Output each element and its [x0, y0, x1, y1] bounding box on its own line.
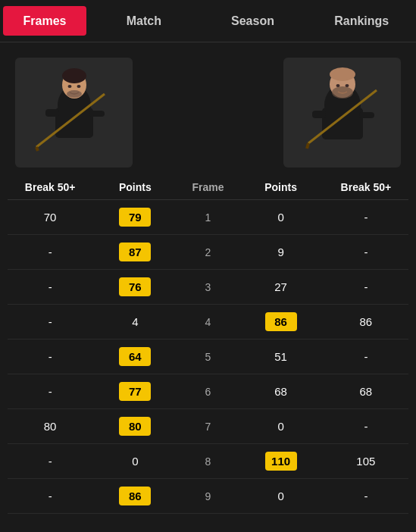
svg-point-23: [345, 84, 349, 87]
svg-line-8: [36, 147, 38, 151]
player-left-icon: [29, 64, 120, 162]
cell-left-break: -: [8, 490, 92, 502]
table-rows: 707910--8729--76327--448686-64551--77668…: [8, 200, 408, 514]
cell-right-break: -: [324, 350, 408, 363]
tab-season[interactable]: Season: [199, 0, 308, 42]
header-left-break: Break 50+: [8, 181, 92, 193]
cell-left-break: -: [8, 385, 92, 398]
cell-frame: 6: [178, 386, 239, 398]
cell-right-points: 9: [239, 246, 324, 258]
svg-point-9: [67, 85, 71, 88]
cell-left-break: 70: [8, 211, 92, 224]
tab-match[interactable]: Match: [89, 0, 199, 42]
svg-rect-5: [45, 109, 59, 117]
stats-table: Break 50+ Points Frame Points Break 50+ …: [0, 175, 416, 514]
svg-point-3: [62, 68, 86, 83]
svg-point-15: [330, 67, 355, 81]
table-row: -8690-: [8, 479, 408, 514]
cell-frame: 8: [178, 455, 239, 468]
svg-rect-18: [312, 111, 326, 118]
cell-frame: 5: [178, 351, 239, 363]
table-row: 707910-: [8, 200, 408, 235]
cell-frame: 9: [178, 490, 239, 502]
svg-point-22: [336, 84, 339, 87]
cell-right-break: -: [324, 280, 408, 293]
tab-rankings[interactable]: Rankings: [307, 0, 416, 42]
table-row: -76327-: [8, 270, 408, 305]
svg-point-16: [332, 86, 353, 99]
cell-right-points: 0: [239, 211, 324, 224]
table-row: 808070-: [8, 409, 408, 444]
cell-right-points: 27: [239, 280, 324, 293]
table-row: -64551-: [8, 340, 408, 374]
table-row: -7766868: [8, 374, 408, 409]
cell-left-break: -: [8, 350, 92, 363]
cell-left-break: -: [8, 246, 92, 258]
header-frame: Frame: [178, 181, 239, 193]
cell-right-points: 110: [239, 452, 324, 471]
table-header: Break 50+ Points Frame Points Break 50+: [8, 175, 408, 200]
cell-left-points: 64: [92, 347, 177, 366]
cell-frame: 7: [178, 421, 239, 433]
player-right-icon: [297, 64, 388, 162]
table-row: -448686: [8, 305, 408, 340]
cell-frame: 4: [178, 316, 239, 328]
cell-left-break: 80: [8, 420, 92, 433]
table-row: -08110105: [8, 444, 408, 479]
cell-right-points: 86: [239, 312, 324, 331]
cell-right-points: 0: [239, 420, 324, 433]
cell-right-break: 105: [324, 455, 408, 468]
header-left-points: Points: [92, 181, 177, 193]
cell-right-break: -: [324, 490, 408, 502]
header-right-break: Break 50+: [324, 181, 408, 193]
cell-right-break: 86: [324, 315, 408, 328]
cell-right-points: 0: [239, 490, 324, 502]
svg-point-10: [77, 85, 80, 88]
cell-right-break: 68: [324, 385, 408, 398]
svg-rect-4: [55, 108, 93, 138]
player-left-card: [15, 58, 133, 167]
cell-left-break: -: [8, 315, 92, 328]
cell-frame: 3: [178, 281, 239, 293]
cell-right-break: -: [324, 246, 408, 258]
cell-left-points: 76: [92, 277, 177, 296]
player-right-silhouette: [283, 58, 401, 167]
cell-left-points: 79: [92, 208, 177, 227]
cell-left-points: 4: [92, 315, 177, 328]
cell-right-points: 68: [239, 385, 324, 398]
cell-left-points: 0: [92, 455, 177, 468]
svg-line-21: [307, 143, 308, 149]
cell-left-points: 87: [92, 243, 177, 261]
cell-right-break: -: [324, 420, 408, 433]
svg-rect-19: [359, 112, 374, 118]
player-right-card: [283, 58, 401, 167]
table-row: -8729-: [8, 235, 408, 270]
cell-left-points: 80: [92, 417, 177, 436]
tab-frames[interactable]: Frames: [3, 6, 86, 36]
cell-frame: 1: [178, 211, 239, 224]
cell-left-break: -: [8, 280, 92, 293]
cell-left-points: 86: [92, 487, 177, 505]
cell-right-break: -: [324, 211, 408, 224]
cell-frame: 2: [178, 246, 239, 258]
svg-rect-17: [322, 108, 363, 139]
players-row: [0, 42, 416, 175]
cell-left-points: 77: [92, 382, 177, 401]
svg-point-11: [67, 90, 82, 98]
header-right-points: Points: [239, 181, 324, 193]
svg-rect-6: [89, 111, 105, 117]
cell-left-break: -: [8, 455, 92, 468]
player-left-silhouette: [15, 58, 133, 167]
tab-bar: Frames Match Season Rankings: [0, 0, 416, 42]
cell-right-points: 51: [239, 350, 324, 363]
